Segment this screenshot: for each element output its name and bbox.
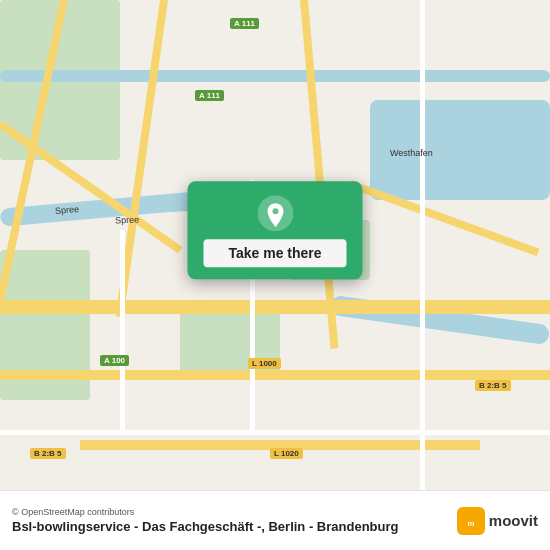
- location-popup: Take me there: [188, 181, 363, 279]
- road-horizontal-main: [0, 300, 550, 314]
- bottom-bar: © OpenStreetMap contributors Bsl-bowling…: [0, 490, 550, 550]
- westhafen-water: [370, 100, 550, 200]
- road-white-3: [0, 430, 550, 435]
- shield-l1000: L 1000: [248, 358, 281, 369]
- bottom-info: © OpenStreetMap contributors Bsl-bowling…: [12, 507, 398, 534]
- shield-a100: A 100: [100, 355, 129, 366]
- canal-top: [0, 70, 550, 82]
- road-l1000: [0, 370, 550, 380]
- map-pin-icon: [257, 195, 293, 231]
- shield-a111-top: A 111: [230, 18, 259, 29]
- take-me-there-button[interactable]: Take me there: [204, 239, 347, 267]
- map-view: A 111 A 111 A 100 L 1000 L 1020 B 2:B 5 …: [0, 0, 550, 490]
- shield-b2b5-left: B 2:B 5: [30, 448, 66, 459]
- moovit-label: moovit: [489, 512, 538, 529]
- location-title: Bsl-bowlingservice - Das Fachgeschäft -,…: [12, 519, 398, 534]
- moovit-branding: m moovit: [457, 507, 538, 535]
- osm-attribution: © OpenStreetMap contributors: [12, 507, 398, 517]
- shield-a111-mid: A 111: [195, 90, 224, 101]
- moovit-icon: m: [457, 507, 485, 535]
- shield-l1020: L 1020: [270, 448, 303, 459]
- road-white-4: [420, 0, 425, 490]
- shield-b2b5-right: B 2:B 5: [475, 380, 511, 391]
- road-white-1: [120, 230, 125, 430]
- svg-text:m: m: [467, 518, 474, 527]
